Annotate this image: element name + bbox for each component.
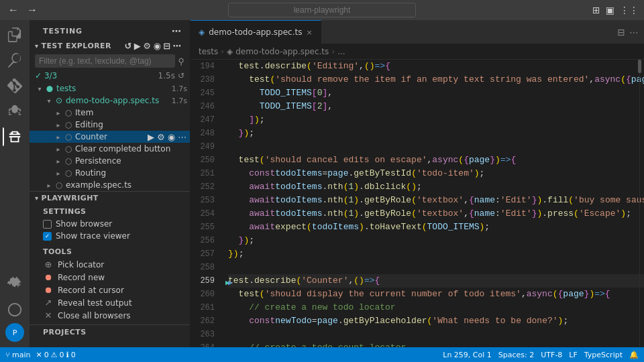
tab-filename: demo-todo-app.spec.ts [209, 27, 302, 37]
more-icon[interactable]: ⋯ [173, 41, 182, 51]
extensions-icon[interactable] [3, 272, 27, 296]
close-browsers-label: Close all browsers [58, 311, 131, 320]
ln-249: 249 [191, 140, 215, 154]
tree-item-routing[interactable]: ▸ ○ Routing [30, 167, 190, 179]
chevron-right-icon: ▸ [54, 109, 63, 117]
layout-icon[interactable]: ▣ [606, 5, 614, 15]
code-line-250: test('should cancel edits on escape', as… [228, 154, 644, 167]
explorer-icon[interactable] [3, 23, 27, 47]
run-all-icon[interactable]: ▶ [134, 41, 141, 51]
show-browser-checkbox[interactable] [43, 220, 52, 229]
record-cursor-icon: ⏺ [43, 285, 54, 295]
active-tab[interactable]: ◈ demo-todo-app.spec.ts × [191, 20, 321, 44]
git-icon[interactable] [3, 74, 27, 98]
playwright-header[interactable]: ▾ PLAYWRIGHT [30, 192, 190, 204]
show-trace-item[interactable]: ✓ Show trace viewer [43, 230, 176, 242]
chevron-right-icon: ▸ [54, 158, 63, 165]
code-line-251: const todoItems = page.getByTestId('todo… [228, 167, 644, 180]
cursor-position[interactable]: Ln 259, Col 1 [443, 351, 492, 359]
chevron-down-icon: ▾ [44, 97, 54, 105]
debug-icon[interactable]: ⚙ [156, 131, 166, 143]
record-cursor-item[interactable]: ⏺ Record at cursor [43, 284, 184, 296]
tree-item-counter[interactable]: ▸ ○ Counter ▶ ⚙ ◉ ⋯ [30, 131, 190, 143]
chevron-down-icon: ▾ [35, 85, 44, 93]
split-editor-icon[interactable]: ⊞ [592, 5, 600, 15]
tree-item-clear[interactable]: ▸ ○ Clear completed button [30, 143, 190, 155]
reload-icon[interactable]: ↺ [178, 71, 184, 80]
pick-locator-icon: ⊕ [43, 259, 54, 269]
line-numbers: 194 238 245 246 247 248 249 250 251 252 … [191, 60, 223, 347]
tests-time: 1.7s [172, 84, 187, 93]
more-tab-icon[interactable]: ⋯ [629, 27, 639, 38]
close-browsers-icon: ✕ [43, 310, 54, 320]
debug-icon[interactable] [3, 99, 27, 123]
chevron-right-icon: ▸ [54, 133, 63, 141]
forward-button[interactable]: → [24, 3, 40, 17]
refresh-icon[interactable]: ↺ [125, 41, 132, 51]
tree-item-example[interactable]: ▸ ○ example.spec.ts [30, 179, 190, 191]
editor-area: ◈ demo-todo-app.spec.ts × ⊟ ⋯ tests › ◈ … [191, 20, 644, 347]
settings-section: SETTINGS Show browser ✓ Show trace viewe… [30, 204, 190, 245]
tree-item-spec[interactable]: ▾ ⊙ demo-todo-app.spec.ts 1.7s [30, 95, 190, 107]
close-browsers-item[interactable]: ✕ Close all browsers [43, 309, 184, 322]
spaces-item[interactable]: Spaces: 2 [498, 351, 534, 359]
git-branch-label: main [12, 351, 30, 359]
tree-item-persistence[interactable]: ▸ ○ Persistence [30, 155, 190, 167]
remote-icon[interactable] [3, 298, 27, 322]
split-editor-right-icon[interactable]: ⊟ [617, 27, 625, 38]
search-activity-icon[interactable] [3, 48, 27, 72]
search-input[interactable] [228, 3, 416, 17]
tree-item-editing[interactable]: ▸ ○ Editing [30, 119, 190, 131]
ln-262: 262 [191, 314, 215, 328]
git-branch-item[interactable]: ⑂ main [5, 351, 30, 359]
pick-locator-item[interactable]: ⊕ Pick locator [43, 258, 184, 271]
breadcrumb-tests[interactable]: tests [199, 47, 218, 56]
menu-icon[interactable]: ⋮⋮ [620, 5, 639, 15]
chevron-right-icon: ▸ [54, 170, 63, 177]
reveal-output-item[interactable]: ↗ Reveal test output [43, 296, 184, 309]
circle-icon: ○ [63, 144, 74, 154]
circle-icon: ○ [63, 108, 74, 117]
more-item-icon[interactable]: ⋯ [177, 131, 187, 143]
filter-input[interactable] [35, 54, 175, 68]
encoding-item[interactable]: UTF-8 [541, 351, 562, 359]
show-browser-item[interactable]: Show browser [43, 218, 176, 230]
breadcrumb-specfile[interactable]: ◈ demo-todo-app.spec.ts [227, 47, 329, 56]
record-new-item[interactable]: ⏺ Record new [43, 271, 184, 284]
code-content[interactable]: test.describe('Editing', () => { test('s… [223, 60, 644, 347]
tree-item-item[interactable]: ▸ ○ Item [30, 107, 190, 119]
ellipsis-icon[interactable]: ⋯ [172, 25, 182, 36]
bell-item[interactable]: 🔔 [629, 351, 639, 359]
testing-header-label: TESTING [43, 27, 83, 36]
show-trace-checkbox[interactable]: ✓ [43, 232, 52, 241]
collapse-icon[interactable]: ⊟ [163, 41, 170, 51]
tab-right: ⊟ ⋯ [617, 20, 644, 44]
code-line-259: ▶ ▶ test.describe('Counter', () => { [228, 274, 644, 288]
circle-icon: ○ [54, 180, 64, 190]
test-explorer-header[interactable]: ▾ TEST EXPLORER ↺ ▶ ⚙ ◉ ⊟ ⋯ [30, 39, 190, 53]
watch-item-icon[interactable]: ◉ [167, 131, 176, 143]
filter-icon[interactable]: ⚲ [178, 56, 184, 66]
search-wrapper: ⌕ [228, 3, 416, 17]
errors-item[interactable]: ✕ 0 ⚠ 0 ℹ 0 [36, 351, 75, 359]
breadcrumb-sep2: › [331, 47, 335, 56]
run-icon[interactable]: ▶ [147, 131, 155, 143]
testing-icon[interactable] [3, 125, 27, 149]
language-item[interactable]: TypeScript [584, 351, 623, 359]
eol-item[interactable]: LF [569, 351, 577, 359]
test-status: ✓ 3/3 1.5s ↺ [30, 69, 190, 82]
watch-icon[interactable]: ◉ [153, 41, 161, 51]
tree-item-tests[interactable]: ▾ ● tests 1.7s [30, 82, 190, 95]
breadcrumb-more[interactable]: ... [337, 47, 345, 56]
status-text: ✓ 3/3 [35, 71, 57, 80]
scrollbar-thumb[interactable] [638, 60, 641, 73]
back-button[interactable]: ← [5, 3, 21, 17]
ln-238: 238 [191, 73, 215, 86]
avatar[interactable]: P [5, 323, 24, 342]
code-line-247: ]); [228, 113, 644, 127]
breadcrumb: tests › ◈ demo-todo-app.spec.ts › ... [191, 44, 644, 60]
tab-close-button[interactable]: × [306, 28, 312, 37]
debug-all-icon[interactable]: ⚙ [143, 41, 151, 51]
chevron-right-icon: ▸ [54, 121, 63, 129]
ln-255: 255 [191, 221, 215, 234]
